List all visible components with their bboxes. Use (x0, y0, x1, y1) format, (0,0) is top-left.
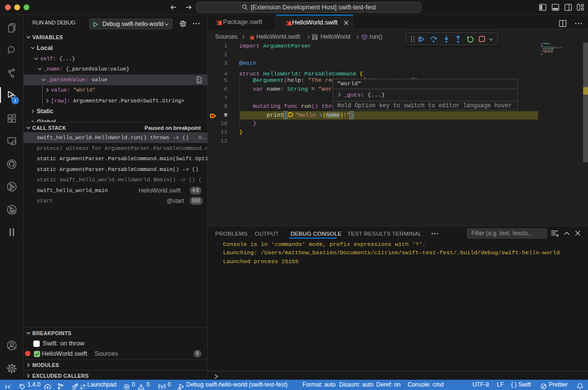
svg-text:10: 10 (198, 80, 200, 82)
